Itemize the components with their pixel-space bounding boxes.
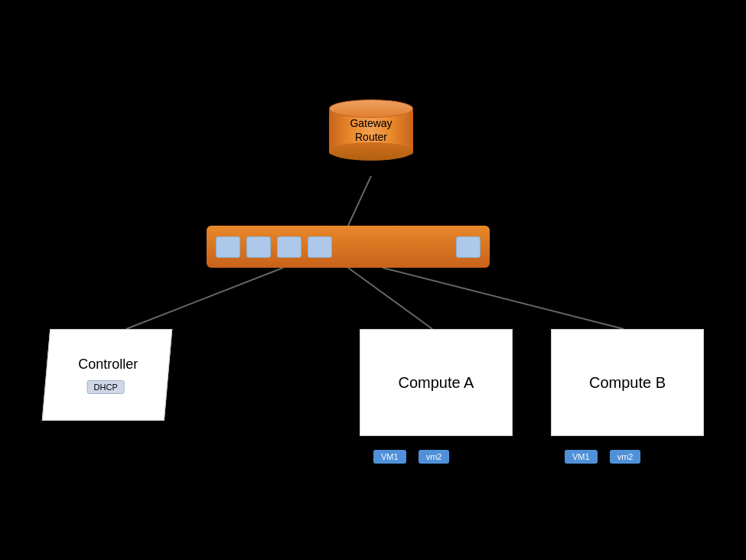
connections-svg	[0, 0, 746, 560]
gateway-router-cylinder: Gateway Router	[329, 99, 413, 161]
switch-port-2	[246, 236, 271, 258]
svg-line-1	[126, 268, 283, 329]
switch-port-1	[216, 236, 240, 258]
switch-port-5	[456, 236, 481, 258]
diagram-container: Gateway Router Controller DHCP Compute A…	[0, 0, 746, 560]
svg-line-2	[348, 268, 432, 329]
compute-a-label: Compute A	[399, 374, 474, 392]
compute-a-vm1-badge: VM1	[373, 450, 406, 464]
controller-label: Controller	[78, 357, 138, 373]
dhcp-badge: DHCP	[87, 380, 125, 394]
cylinder-top	[329, 99, 413, 118]
cylinder-bottom	[329, 142, 413, 161]
compute-b-container: Compute B	[551, 329, 704, 436]
compute-a-box: Compute A	[360, 329, 513, 436]
compute-b-box: Compute B	[551, 329, 704, 436]
switch-container	[207, 226, 490, 268]
controller-container: Controller DHCP	[46, 329, 168, 421]
switch-port-4	[308, 236, 332, 258]
compute-b-vm2-badge: vm2	[610, 450, 641, 464]
compute-b-vm1-badge: VM1	[565, 450, 598, 464]
compute-a-vm2-badge: vm2	[419, 450, 450, 464]
switch-box	[207, 226, 490, 268]
compute-a-container: Compute A	[360, 329, 513, 436]
compute-b-label: Compute B	[589, 374, 666, 392]
gateway-router-label: Gateway Router	[350, 116, 392, 144]
switch-port-3	[277, 236, 301, 258]
compute-b-vm-badges: VM1 vm2	[565, 450, 640, 464]
svg-line-3	[383, 268, 624, 329]
svg-line-0	[348, 176, 371, 226]
controller-box: Controller DHCP	[42, 329, 172, 421]
compute-a-vm-badges: VM1 vm2	[373, 450, 449, 464]
gateway-router: Gateway Router	[329, 99, 413, 161]
